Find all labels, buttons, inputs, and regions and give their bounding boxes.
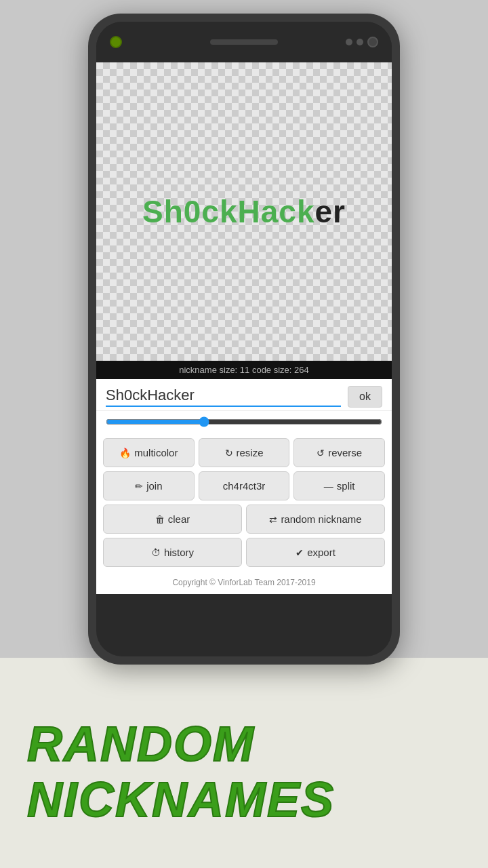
copyright-text: Copyright © VinforLab Team 2017-2019 — [96, 572, 392, 594]
multicolor-button[interactable]: 🔥 multicolor — [103, 438, 195, 467]
phone-top-bar — [96, 22, 392, 62]
resize-button[interactable]: ↻ resize — [199, 438, 290, 467]
sensor-dot-2 — [357, 39, 363, 45]
nickname-preview: Sh0ckHacker — [142, 193, 346, 230]
reverse-icon: ↺ — [317, 448, 325, 458]
nickname-part-1: Sh0ckHack — [142, 194, 315, 229]
button-row-4: ⏱ history ✔ export — [103, 538, 385, 567]
character-label: ch4r4ct3r — [223, 480, 266, 492]
ok-button[interactable]: ok — [348, 386, 382, 408]
size-slider[interactable] — [106, 416, 382, 427]
front-camera — [110, 36, 122, 48]
export-button[interactable]: ✔ export — [246, 538, 385, 567]
join-label: join — [146, 480, 162, 492]
reverse-button[interactable]: ↺ reverse — [293, 438, 385, 467]
multicolor-label: multicolor — [134, 447, 178, 458]
bottom-banner: RANDOM NICKNAMES — [0, 658, 488, 868]
history-button[interactable]: ⏱ history — [103, 538, 242, 567]
history-label: history — [164, 547, 194, 558]
button-grid: 🔥 multicolor ↻ resize ↺ reverse ✏ — [96, 433, 392, 572]
export-icon: ✔ — [296, 547, 304, 558]
button-row-1: 🔥 multicolor ↻ resize ↺ reverse — [103, 438, 385, 467]
random-icon: ⇄ — [269, 514, 277, 525]
resize-label: resize — [237, 447, 264, 458]
clear-button[interactable]: 🗑 clear — [103, 505, 242, 534]
sensor-dot-1 — [346, 39, 352, 45]
join-icon: ✏ — [135, 481, 143, 492]
split-label: split — [337, 480, 355, 492]
split-button[interactable]: — split — [293, 471, 385, 500]
control-panel: ok 🔥 multicolor ↻ resize — [96, 379, 392, 594]
character-button[interactable]: ch4r4ct3r — [199, 471, 290, 500]
clear-label: clear — [168, 513, 190, 525]
nickname-input[interactable] — [106, 387, 341, 407]
status-bar: nickname size: 11 code size: 264 — [96, 361, 392, 379]
phone-speaker — [210, 39, 278, 45]
random-nickname-button[interactable]: ⇄ random nickname — [246, 505, 385, 534]
multicolor-icon: 🔥 — [119, 448, 131, 458]
status-text: nickname size: 11 code size: 264 — [179, 365, 309, 375]
nickname-part-2: er — [315, 194, 346, 229]
join-button[interactable]: ✏ join — [103, 471, 195, 500]
phone-frame: Sh0ckHacker nickname size: 11 code size:… — [88, 14, 400, 665]
phone-inner: Sh0ckHacker nickname size: 11 code size:… — [96, 22, 392, 656]
random-nicknames-label: RANDOM NICKNAMES — [27, 716, 488, 827]
split-icon: — — [324, 481, 333, 492]
random-nickname-label: random nickname — [281, 513, 361, 525]
button-row-3: 🗑 clear ⇄ random nickname — [103, 505, 385, 534]
resize-icon: ↻ — [225, 448, 233, 458]
history-icon: ⏱ — [151, 547, 161, 558]
slider-row — [96, 411, 392, 433]
button-row-2: ✏ join ch4r4ct3r — split — [103, 471, 385, 500]
export-label: export — [307, 547, 336, 558]
sensor-camera — [367, 37, 378, 47]
reverse-label: reverse — [328, 447, 362, 458]
phone-sensors — [346, 37, 378, 47]
input-row: ok — [96, 379, 392, 411]
canvas-area: Sh0ckHacker — [96, 62, 392, 361]
clear-icon: 🗑 — [155, 514, 165, 525]
